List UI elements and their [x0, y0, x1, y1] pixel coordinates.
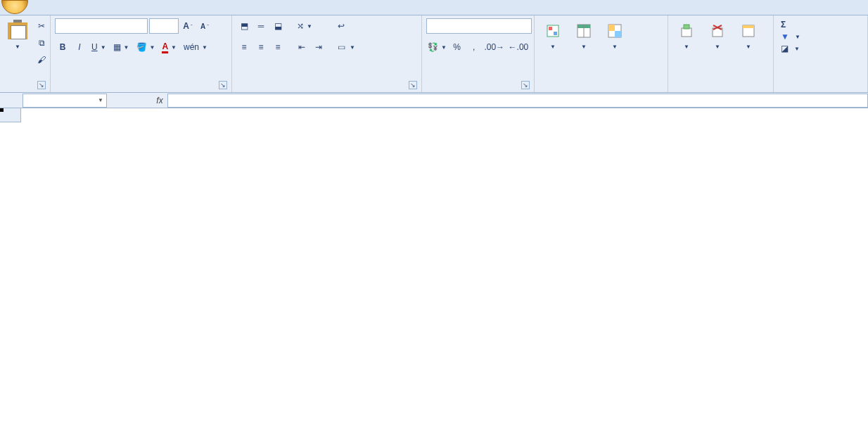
align-center-button[interactable]: ≡: [253, 39, 269, 55]
format-as-table-button[interactable]: ▼: [570, 18, 598, 51]
orientation-icon: ⤭: [297, 21, 304, 31]
ribbon-tabs: [0, 0, 868, 15]
group-cells: ▼ ▼ ▼: [668, 15, 774, 92]
decrease-indent-button[interactable]: ⇤: [294, 39, 309, 55]
align-right-button[interactable]: ≡: [270, 39, 286, 55]
worksheet[interactable]: [0, 108, 868, 436]
sigma-icon: Σ: [781, 20, 786, 30]
italic-button[interactable]: I: [72, 39, 87, 55]
increase-decimal-button[interactable]: .00→: [483, 39, 506, 55]
shrink-font-icon: A: [200, 23, 205, 30]
chevron-down-icon: ▼: [15, 44, 20, 50]
align-bottom-button[interactable]: ⬓: [270, 18, 286, 34]
svg-rect-2: [554, 32, 557, 35]
fill-color-button[interactable]: 🪣▼: [134, 39, 158, 55]
wrap-icon: ↩: [338, 21, 345, 31]
svg-rect-7: [608, 25, 615, 31]
border-icon: ▦: [113, 42, 121, 52]
indent-icon: ⇥: [315, 42, 322, 52]
bucket-icon: 🪣: [136, 42, 147, 52]
group-editing: Σ ▼▼ ◪▼: [774, 15, 868, 92]
align-center-icon: ≡: [258, 42, 263, 52]
cell-style-icon: [608, 24, 622, 38]
name-box[interactable]: ▼: [23, 94, 107, 108]
copy-button[interactable]: ⧉: [34, 35, 49, 51]
number-format-combo[interactable]: [426, 18, 532, 34]
group-font: Aˆ Aˇ B I U▼ ▦▼ 🪣▼ A▼ wén▼ ↘: [51, 15, 232, 92]
delete-icon: [710, 24, 725, 38]
chevron-down-icon: ▼: [98, 97, 103, 103]
italic-icon: I: [78, 42, 80, 52]
insert-cells-button[interactable]: ▼: [672, 18, 701, 51]
clear-button[interactable]: ◪▼: [781, 44, 800, 53]
group-styles: ▼ ▼ ▼: [535, 15, 668, 92]
conditional-format-button[interactable]: ▼: [539, 18, 567, 51]
comma-button[interactable]: ,: [466, 39, 482, 55]
align-top-icon: ⬒: [241, 21, 248, 31]
format-painter-button[interactable]: 🖌: [34, 52, 49, 68]
copy-icon: ⧉: [39, 38, 45, 48]
fill-down-icon: ▼: [781, 32, 789, 41]
formula-input[interactable]: [167, 94, 868, 108]
fill-button[interactable]: ▼▼: [781, 32, 800, 41]
format-icon: [741, 24, 755, 38]
svg-rect-8: [615, 31, 621, 37]
ribbon: ▼ ✂ ⧉ 🖌 ↘ Aˆ Aˇ B I U▼: [0, 15, 868, 93]
brush-icon: 🖌: [37, 55, 46, 65]
border-button[interactable]: ▦▼: [110, 39, 132, 55]
scissors-icon: ✂: [38, 21, 45, 31]
font-name-combo[interactable]: [55, 18, 148, 34]
percent-button[interactable]: %: [449, 39, 465, 55]
font-size-combo[interactable]: [149, 18, 179, 34]
merge-icon: ▭: [338, 42, 345, 52]
align-right-icon: ≡: [275, 42, 280, 52]
autosum-button[interactable]: Σ: [781, 20, 800, 30]
shrink-font-button[interactable]: Aˇ: [197, 18, 212, 34]
phonetic-button[interactable]: wén▼: [181, 39, 210, 55]
inc-decimal-icon: .00→: [484, 42, 504, 52]
wrap-text-button[interactable]: ↩: [335, 18, 412, 34]
underline-button[interactable]: U▼: [89, 39, 109, 55]
grow-font-icon: A: [183, 21, 189, 31]
table-style-icon: [577, 24, 591, 38]
delete-cells-button[interactable]: ▼: [703, 18, 732, 51]
cond-format-icon: [546, 24, 560, 38]
font-color-button[interactable]: A▼: [159, 39, 179, 55]
align-left-icon: ≡: [241, 42, 246, 52]
cell-styles-button[interactable]: ▼: [601, 18, 629, 51]
comma-icon: ,: [473, 42, 475, 52]
paste-button[interactable]: ▼: [4, 18, 31, 51]
paste-icon: [8, 20, 27, 42]
currency-icon: 💱: [428, 42, 438, 52]
dialog-launcher-icon[interactable]: ↘: [409, 81, 417, 89]
bold-icon: B: [60, 42, 66, 52]
accounting-format-button[interactable]: 💱▼: [426, 39, 448, 55]
bold-button[interactable]: B: [55, 39, 70, 55]
format-cells-button[interactable]: ▼: [734, 18, 762, 51]
merge-center-button[interactable]: ▭▼: [335, 39, 412, 55]
group-number: 💱▼ % , .00→ ←.00 ↘: [422, 15, 535, 92]
align-left-button[interactable]: ≡: [236, 39, 252, 55]
fx-icon[interactable]: fx: [152, 96, 167, 105]
grow-font-button[interactable]: Aˆ: [180, 18, 196, 34]
increase-indent-button[interactable]: ⇥: [311, 39, 326, 55]
insert-icon: [679, 24, 694, 38]
underline-icon: U: [91, 42, 98, 52]
eraser-icon: ◪: [781, 44, 789, 53]
align-middle-icon: ═: [258, 21, 264, 31]
svg-rect-10: [684, 25, 689, 29]
orientation-button[interactable]: ⤭▼: [294, 18, 315, 34]
cut-button[interactable]: ✂: [34, 18, 49, 34]
outdent-icon: ⇤: [298, 42, 305, 52]
dialog-launcher-icon[interactable]: ↘: [219, 81, 227, 89]
formula-bar: ▼ fx: [0, 93, 868, 108]
select-all-corner[interactable]: [0, 108, 21, 122]
align-middle-button[interactable]: ═: [253, 18, 269, 34]
dialog-launcher-icon[interactable]: ↘: [37, 81, 46, 89]
group-alignment: ⬒ ═ ⬓ ⤭▼ ≡ ≡ ≡ ⇤ ⇥ ↩ ▭▼ ↘: [232, 15, 422, 92]
decrease-decimal-button[interactable]: ←.00: [507, 39, 530, 55]
dialog-launcher-icon[interactable]: ↘: [521, 81, 530, 89]
align-bottom-icon: ⬓: [274, 21, 282, 31]
align-top-button[interactable]: ⬒: [236, 18, 252, 34]
group-clipboard: ▼ ✂ ⧉ 🖌 ↘: [0, 15, 51, 92]
